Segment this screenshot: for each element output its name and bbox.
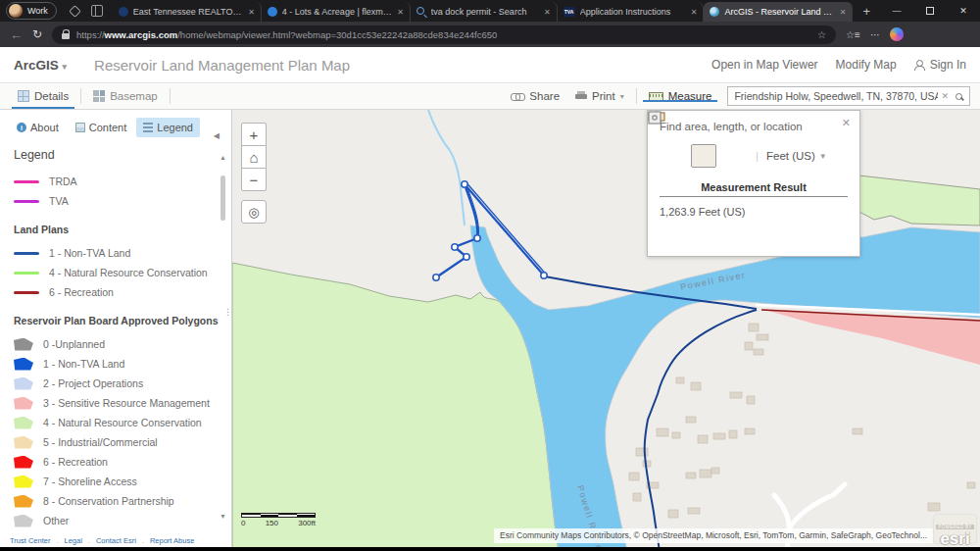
legend-item-label: 4 - Natural Resource Conservation — [43, 417, 202, 428]
details-sidebar: iAboutContentLegend ◀ Legend TRDATVALand… — [0, 110, 232, 547]
sidebar-resize-handle[interactable]: ⋮ — [223, 311, 232, 314]
legend-item: 6 - Recreation — [14, 282, 231, 302]
footer-link-contact-esri[interactable]: Contact Esri — [96, 536, 136, 545]
esri-logo: POWERED BY esri — [934, 515, 976, 543]
legend-item-label: 1 - Non-TVA Land — [43, 358, 124, 370]
legend-title: Legend — [14, 148, 231, 162]
scale-bar: 0 150 300ft — [241, 513, 316, 527]
copilot-icon[interactable] — [890, 27, 904, 41]
browser-tab-4[interactable]: ArcGIS - Reservoir Land Manag✕ — [704, 2, 853, 22]
legend-item: 3 - Sensitive Resource Management — [14, 393, 231, 413]
open-in-map-viewer-link[interactable]: Open in Map Viewer — [711, 58, 818, 72]
browser-profile-chip[interactable]: Work — [6, 2, 57, 20]
bookmark-star-icon[interactable]: ☆ — [817, 29, 826, 40]
home-button[interactable]: ⌂ — [241, 145, 267, 169]
url-field[interactable]: https://www.arcgis.com/home/webmap/viewe… — [52, 25, 836, 44]
profile-avatar — [9, 4, 23, 18]
scroll-up-icon[interactable]: ▲ — [218, 154, 228, 161]
address-bar: ← ↻ https://www.arcgis.com/home/webmap/v… — [0, 22, 980, 47]
tab-close-icon[interactable]: ✕ — [544, 8, 551, 17]
legend-group-heading: Reservoir Plan Board Approved Polygons — [14, 315, 231, 326]
scrollbar-thumb[interactable] — [220, 175, 225, 221]
tab-close-icon[interactable]: ✕ — [248, 8, 255, 17]
browser-tab-0[interactable]: East Tennessee REALTORS® Das✕ — [113, 2, 262, 22]
map-canvas[interactable]: Powell River Powell River + ⌂ − ◎ ✕ Find… — [232, 110, 980, 547]
footer-link-report-abuse[interactable]: Report Abuse — [150, 536, 194, 545]
arcgis-brand[interactable]: ArcGIS ▾ — [14, 58, 67, 73]
new-tab-button[interactable]: + — [862, 4, 870, 19]
arcgis-header: ArcGIS ▾ Reservoir Land Management Plan … — [0, 47, 980, 83]
map-toolbar: Details Basemap Share Print ▾ Measure ✕ — [0, 83, 980, 110]
scroll-down-icon[interactable]: ▼ — [218, 513, 228, 520]
clear-search-icon[interactable]: ✕ — [941, 91, 949, 101]
details-button[interactable]: Details — [10, 83, 76, 109]
modify-map-link[interactable]: Modify Map — [836, 58, 897, 72]
esri-wordmark: esri — [934, 531, 976, 546]
scale-mid: 150 — [266, 519, 278, 527]
arcgis-favicon-icon — [710, 7, 719, 17]
sidebar-tab-about[interactable]: iAbout — [10, 118, 66, 137]
maximize-button[interactable] — [913, 0, 947, 22]
sidebar-scrollbar[interactable]: ▲ ▼ — [218, 154, 228, 520]
legend-item: 0 -Unplanned — [14, 334, 231, 354]
legend-item-label: 8 - Conservation Partnership — [43, 495, 174, 507]
tab-layout-icon[interactable] — [91, 5, 103, 17]
footer-link-trust-center[interactable]: Trust Center — [10, 536, 50, 545]
more-menu-icon[interactable]: ⋯ — [870, 29, 880, 40]
workspaces-icon[interactable] — [69, 5, 81, 18]
legend-swatch-icon — [14, 476, 33, 488]
browser-tab-2[interactable]: tva dock permit - Search✕ — [411, 2, 558, 22]
content-icon — [75, 123, 85, 132]
sidebar-tab-legend[interactable]: Legend — [136, 118, 200, 137]
legend-swatch-icon — [14, 456, 33, 469]
basemap-icon — [93, 90, 105, 102]
tab-close-icon[interactable]: ✕ — [397, 8, 404, 17]
zoom-in-button[interactable]: + — [241, 123, 267, 146]
legend-swatch-icon — [14, 515, 33, 527]
back-button[interactable]: ← — [10, 27, 23, 42]
chevron-down-icon: ▾ — [63, 62, 68, 72]
tab-close-icon[interactable]: ✕ — [840, 8, 847, 17]
collapse-sidebar-icon[interactable]: ◀ — [214, 131, 220, 140]
lock-icon — [62, 33, 70, 39]
refresh-button[interactable]: ↻ — [32, 27, 42, 41]
legend-swatch-icon — [14, 377, 33, 390]
tab-close-icon[interactable]: ✕ — [691, 8, 698, 17]
unit-dropdown[interactable]: Feet (US)▼ — [766, 150, 827, 162]
search-input[interactable] — [727, 86, 955, 106]
sidebar-tabs: iAboutContentLegend — [0, 110, 231, 142]
person-icon — [914, 60, 925, 71]
flexmls-favicon-icon — [268, 7, 277, 17]
realtors-favicon-icon — [119, 7, 128, 17]
share-button[interactable]: Share — [503, 90, 567, 102]
measure-area-button[interactable] — [660, 144, 685, 168]
legend-item: 2 - Project Operations — [14, 374, 231, 393]
search-button[interactable] — [949, 86, 970, 106]
sidebar-tab-content[interactable]: Content — [69, 118, 134, 137]
zoom-controls: + ⌂ − — [241, 123, 267, 191]
favorites-icon[interactable]: ☆≡ — [846, 29, 860, 40]
print-button[interactable]: Print ▾ — [567, 90, 632, 102]
legend-swatch-icon — [14, 252, 39, 255]
page-title: Reservoir Land Management Plan Map — [94, 57, 350, 74]
minimize-button[interactable]: — — [880, 0, 913, 22]
bottom-edge — [0, 547, 980, 551]
measure-distance-button[interactable] — [691, 144, 716, 168]
measurement-result-heading: Measurement Result — [660, 181, 848, 197]
close-window-button[interactable]: ✕ — [947, 0, 980, 22]
tab-title: 4 - Lots & Acreage | flexmls We — [282, 7, 392, 17]
legend-item: 1 - Non-TVA Land — [14, 354, 231, 374]
sign-in-link[interactable]: Sign In — [914, 58, 966, 72]
legend-item-label: 7 - Shoreline Access — [43, 476, 137, 487]
locate-button[interactable]: ◎ — [241, 200, 267, 224]
measure-location-button[interactable] — [722, 144, 748, 168]
chevron-down-icon: ▼ — [819, 152, 827, 161]
browser-tab-3[interactable]: TVAApplication Instructions✕ — [558, 2, 705, 22]
footer-link-legal[interactable]: Legal — [65, 536, 82, 545]
close-popup-icon[interactable]: ✕ — [842, 117, 851, 129]
measure-button[interactable]: Measure — [641, 90, 720, 102]
zoom-out-button[interactable]: − — [241, 168, 267, 191]
browser-tab-1[interactable]: 4 - Lots & Acreage | flexmls We✕ — [262, 2, 411, 22]
basemap-button[interactable]: Basemap — [85, 83, 166, 109]
measure-icon — [649, 92, 663, 101]
